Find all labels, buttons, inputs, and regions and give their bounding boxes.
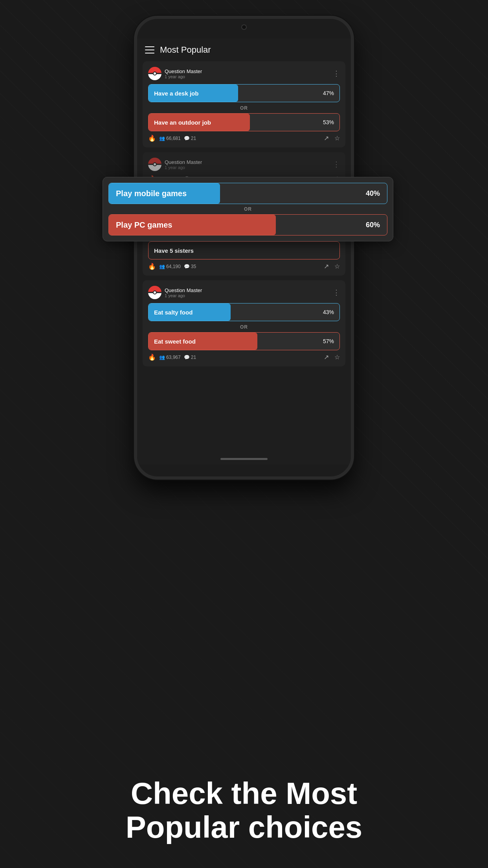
author-info-4: Question Master 1 year ago [148,286,202,299]
phone-wrapper: Play mobile games 40% OR Play PC games 6… [134,16,354,480]
author-row-1: Question Master 1 year ago ⋮ [148,67,340,80]
option-1b-label: Have an outdoor job [149,119,323,126]
participants-count-1: 66,681 [166,136,181,141]
participants-3: 👥 64,190 [159,264,181,269]
star-btn-3[interactable]: ☆ [334,263,340,270]
more-options-2[interactable]: ⋮ [333,160,340,169]
avatar-center-2 [153,162,157,166]
comments-count-1: 21 [191,136,196,141]
avatar-center-4 [153,291,157,294]
card-meta-1: Question Master 1 year ago [165,68,202,79]
option-4b[interactable]: Eat sweet food 57% [148,332,340,350]
star-btn-4[interactable]: ☆ [334,353,340,361]
card-meta-2: Question Master 1 year ago [165,159,202,170]
hamburger-menu[interactable] [145,46,154,53]
or-divider-floating: OR [108,206,387,212]
avatar-1 [148,67,161,80]
fire-1: 🔥 [148,134,156,142]
floating-option-b-pct: 60% [366,221,387,229]
more-options-1[interactable]: ⋮ [333,69,340,78]
people-icon-1: 👥 [159,136,165,141]
avatar-2 [148,158,161,171]
comments-count-4: 21 [191,355,196,360]
author-time-4: 1 year ago [165,293,202,298]
hamburger-line1 [145,46,154,47]
comments-1: 💬 21 [184,136,196,141]
tagline-line1: Check the Most [31,777,457,811]
option-1b[interactable]: Have an outdoor job 53% [148,113,340,131]
author-time-1: 1 year ago [165,74,202,79]
app-title: Most Popular [160,45,211,55]
comment-icon-4: 💬 [184,355,190,360]
floating-option-b[interactable]: Play PC games 60% [108,214,387,235]
or-1: OR [148,105,340,111]
actions-4: ↗ ☆ [324,353,340,361]
tagline-area: Check the Most Popular choices [0,777,488,844]
share-btn-3[interactable]: ↗ [324,263,329,270]
stat-row-4: 🔥 👥 63,967 💬 21 ↗ ☆ [148,353,340,361]
more-options-4[interactable]: ⋮ [333,288,340,297]
star-btn-1[interactable]: ☆ [334,134,340,142]
floating-option-a-pct: 40% [366,189,387,198]
participants-4: 👥 63,967 [159,355,181,360]
stat-row-1: 🔥 👥 66,681 💬 21 ↗ ☆ [148,134,340,142]
phone-camera [241,24,247,30]
author-time-2: 1 year ago [165,165,202,170]
floating-option-b-label: Play PC games [109,221,366,230]
comment-icon-1: 💬 [184,136,190,141]
option-1b-pct: 53% [323,119,339,125]
avatar-center-1 [153,72,157,75]
people-icon-4: 👥 [159,355,165,360]
phone-frame: Most Popular Questi [134,16,354,480]
actions-1: ↗ ☆ [324,134,340,142]
option-3b[interactable]: Have 5 sisters [148,241,340,259]
participants-count-4: 63,967 [166,355,181,360]
comment-icon-3: 💬 [184,264,190,269]
scroll-content[interactable]: Most Popular Questi [137,39,351,465]
option-4b-label: Eat sweet food [149,338,323,345]
option-1a-label: Have a desk job [149,90,323,97]
option-4a-pct: 43% [323,309,339,315]
comments-count-3: 35 [191,264,196,269]
author-row-4: Question Master 1 year ago ⋮ [148,286,340,299]
option-1a[interactable]: Have a desk job 47% [148,84,340,102]
participants-1: 👥 66,681 [159,136,181,141]
option-1a-pct: 47% [323,90,339,96]
home-indicator [220,458,268,460]
app-header: Most Popular [137,39,351,61]
fire-3: 🔥 [148,263,156,270]
expanded-card-2: Play mobile games 40% OR Play PC games 6… [103,177,393,241]
share-btn-1[interactable]: ↗ [324,134,329,142]
share-btn-4[interactable]: ↗ [324,353,329,361]
author-name-1: Question Master [165,68,202,74]
poll-card-1: Question Master 1 year ago ⋮ Have a desk… [143,61,345,147]
people-icon-3: 👥 [159,264,165,269]
option-4a-label: Eat salty food [149,309,323,316]
avatar-4 [148,286,161,299]
floating-option-a-label: Play mobile games [109,189,366,198]
phone-screen: Most Popular Questi [137,39,351,465]
author-name-2: Question Master [165,159,202,165]
card-meta-4: Question Master 1 year ago [165,287,202,298]
comments-3: 💬 35 [184,264,196,269]
option-3b-label: Have 5 sisters [149,247,339,254]
actions-3: ↗ ☆ [324,263,340,270]
author-row-2: Question Master 1 year ago ⋮ [148,158,340,171]
stat-row-3: 🔥 👥 64,190 💬 35 ↗ ☆ [148,263,340,270]
author-info-1: Question Master 1 year ago [148,67,202,80]
side-button [351,82,353,113]
hamburger-line2 [145,50,154,50]
comments-4: 💬 21 [184,355,196,360]
option-4a[interactable]: Eat salty food 43% [148,303,340,321]
fire-4: 🔥 [148,353,156,361]
tagline-line2: Popular choices [31,811,457,844]
participants-count-3: 64,190 [166,264,181,269]
or-4: OR [148,324,340,330]
floating-option-a[interactable]: Play mobile games 40% [108,183,387,204]
poll-card-4: Question Master 1 year ago ⋮ Eat salty f… [143,280,345,366]
option-4b-pct: 57% [323,338,339,344]
author-info-2: Question Master 1 year ago [148,158,202,171]
author-name-4: Question Master [165,287,202,293]
hamburger-line3 [145,53,154,53]
